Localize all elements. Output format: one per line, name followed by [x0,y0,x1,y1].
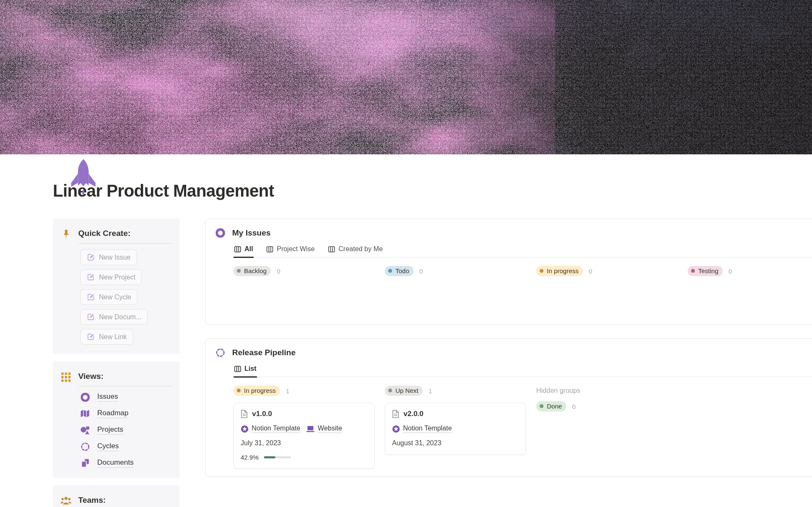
notion-template-label: Notion Template [252,425,300,433]
page-icon [392,410,399,418]
cycles-link[interactable]: Cycles [97,442,119,451]
edit-pencil-icon [87,333,95,341]
release-pipeline-title[interactable]: Release Pipeline [232,348,296,357]
projects-shapes-icon [80,426,90,435]
nebula-fade [0,0,812,154]
website-label: Website [318,425,342,433]
new-cycle-button[interactable]: New Cycle [80,289,137,305]
status-dot [237,389,241,392]
board-column-in-progress: In progress 0 [536,266,678,276]
teams-panel: Teams: [53,485,180,507]
board-columns: Backlog 0 Todo 0 [233,266,812,276]
notion-star-icon [241,425,249,433]
pipeline-columns: In progress 1 [233,386,812,469]
cycles-dashed-circle-icon [80,442,90,451]
progress-bar [264,456,291,458]
board-view-icon [266,246,273,252]
status-badge-in-progress[interactable]: In progress [536,266,583,276]
my-issues-database: My Issues All [205,219,812,325]
group-count: 0 [277,268,280,275]
quick-create-title: Quick Create: [78,229,172,244]
board-column-backlog: Backlog 0 [233,266,375,276]
status-badge-backlog[interactable]: Backlog [233,266,271,276]
board-view-icon [234,366,241,372]
my-issues-tabs: All Project Wise [233,244,812,258]
group-count: 1 [286,387,289,395]
status-badge-label: In progress [244,387,276,394]
status-dot [540,269,543,273]
tab-created-by-me[interactable]: Created by Me [327,244,384,257]
group-count: 0 [589,268,592,275]
roadmap-link[interactable]: Roadmap [97,409,129,418]
tab-created-by-me-label: Created by Me [338,245,383,253]
new-project-button[interactable]: New Project [80,269,142,285]
sidebar-item-issues[interactable]: Issues [80,392,172,402]
new-issue-label: New Issue [99,254,131,261]
release-card-v1[interactable]: v1.0.0 Notion Template [233,403,375,469]
grid-icon [60,372,71,382]
board-empty-space [233,276,812,317]
sidebar-item-cycles[interactable]: Cycles [80,442,172,451]
status-dot [388,389,392,392]
documents-link[interactable]: Documents [97,458,134,468]
new-document-button[interactable]: New Docum... [80,309,148,325]
status-badge-label: Backlog [244,267,266,274]
pipeline-hidden-groups: Hidden groups Done 0 [536,386,678,469]
status-dot [540,404,543,408]
my-issues-title[interactable]: My Issues [232,228,271,238]
tab-project-wise[interactable]: Project Wise [266,244,315,257]
status-badge-in-progress[interactable]: In progress [233,386,280,396]
release-card-title: v1.0.0 [252,410,272,418]
status-badge-testing[interactable]: Testing [688,266,723,276]
views-panel: Views: Issues [53,362,180,478]
group-count: 0 [729,268,732,275]
status-badge-todo[interactable]: Todo [385,266,414,276]
tab-list[interactable]: List [233,364,257,377]
documents-pages-icon [80,458,90,468]
cycles-dashed-circle-icon [216,348,225,357]
status-badge-up-next[interactable]: Up Next [385,386,422,396]
status-badge-label: Todo [395,267,409,274]
tab-project-wise-label: Project Wise [277,245,315,253]
rocket-page-icon[interactable] [67,159,100,197]
new-link-button[interactable]: New Link [80,329,133,345]
progress-row: 42.9% [241,454,368,461]
roadmap-map-icon [80,409,90,418]
sidebar-item-roadmap[interactable]: Roadmap [80,409,172,418]
laptop-icon [306,425,315,433]
sidebar-item-projects[interactable]: Projects [80,425,172,435]
group-count: 1 [428,387,432,395]
status-badge-label: Testing [698,267,719,274]
edit-pencil-icon [87,313,95,321]
page-icon [241,410,248,418]
pipeline-column-up-next: Up Next 1 [385,386,526,469]
edit-pencil-icon [87,293,95,301]
status-badge-label: In progress [547,267,579,274]
sidebar: Quick Create: New Issue [53,219,180,507]
status-dot [388,269,392,273]
status-dot [237,269,241,273]
page-title[interactable]: Linear Product Management [53,181,759,201]
status-dot [691,269,695,273]
website-link[interactable]: Website [306,425,342,433]
tab-all[interactable]: All [233,244,254,257]
progress-percent: 42.9% [241,454,259,461]
release-date: July 31, 2023 [241,439,368,447]
issues-link[interactable]: Issues [97,392,118,402]
notion-template-link[interactable]: Notion Template [241,425,300,433]
hidden-groups-label[interactable]: Hidden groups [536,386,678,395]
status-badge-done[interactable]: Done [536,401,566,411]
main-content: My Issues All [205,219,812,477]
notion-star-icon [392,425,400,433]
release-pipeline-database: Release Pipeline List [205,338,812,477]
release-card-v2[interactable]: v2.0.0 Notion Template [385,403,526,455]
notion-template-link[interactable]: Notion Template [392,425,452,433]
release-date: August 31, 2023 [392,439,519,447]
projects-link[interactable]: Projects [97,425,123,435]
views-title: Views: [78,372,172,386]
new-cycle-label: New Cycle [99,293,131,301]
notion-template-label: Notion Template [403,425,452,433]
sidebar-item-documents[interactable]: Documents [80,458,172,468]
new-issue-button[interactable]: New Issue [80,249,137,265]
cover-image [0,0,812,154]
